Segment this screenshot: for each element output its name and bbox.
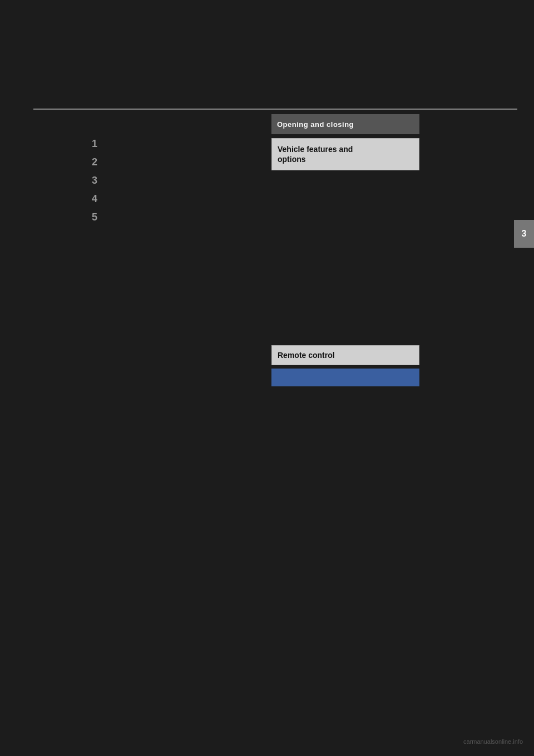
opening-closing-box: Opening and closing xyxy=(271,114,419,134)
remote-control-label: Remote control xyxy=(278,351,335,360)
page: Opening and closing Vehicle features and… xyxy=(0,0,534,756)
chapter-numbers: 1 2 3 4 5 xyxy=(92,138,97,230)
watermark-text: carmanualsonline.info xyxy=(463,738,523,745)
chapter-number-1: 1 xyxy=(92,138,97,150)
chapter-number-3: 3 xyxy=(92,175,97,186)
chapter-tab-number: 3 xyxy=(522,229,527,239)
top-divider xyxy=(33,109,517,110)
remote-control-box: Remote control xyxy=(271,345,419,365)
vehicle-features-box: Vehicle features and options xyxy=(271,138,419,170)
chapter-tab[interactable]: 3 xyxy=(514,220,534,248)
chapter-number-4: 4 xyxy=(92,193,97,205)
chapter-number-5: 5 xyxy=(92,212,97,223)
opening-closing-label: Opening and closing xyxy=(277,120,354,129)
blue-bar xyxy=(271,369,419,386)
vehicle-features-label: Vehicle features and options xyxy=(278,144,353,164)
watermark: carmanualsonline.info xyxy=(463,738,523,745)
chapter-number-2: 2 xyxy=(92,156,97,168)
